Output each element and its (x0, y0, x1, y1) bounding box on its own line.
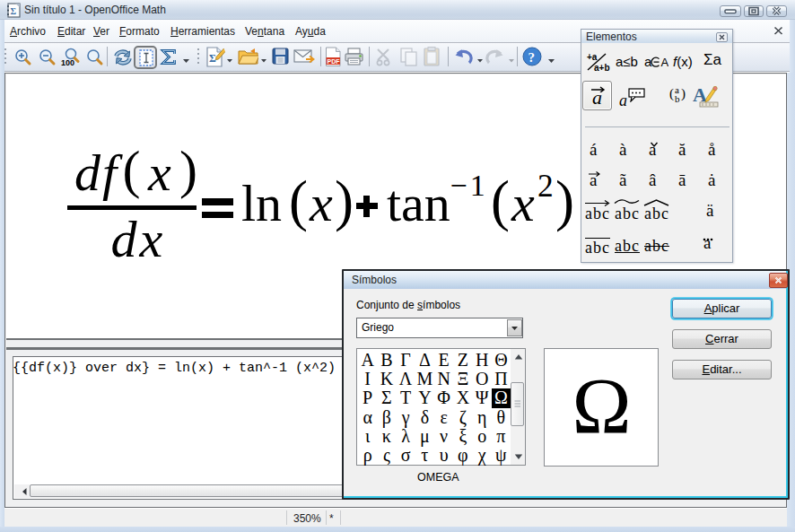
svg-text:PDF: PDF (328, 58, 341, 65)
svg-text:a+b: a+b (594, 63, 610, 72)
svg-text:?: ? (529, 50, 536, 65)
svg-text:100: 100 (61, 58, 74, 66)
svg-text:+a: +a (587, 52, 598, 62)
svg-text:Σ: Σ (209, 52, 216, 65)
svg-text:A: A (661, 56, 669, 69)
svg-text:Σ: Σ (11, 6, 17, 16)
